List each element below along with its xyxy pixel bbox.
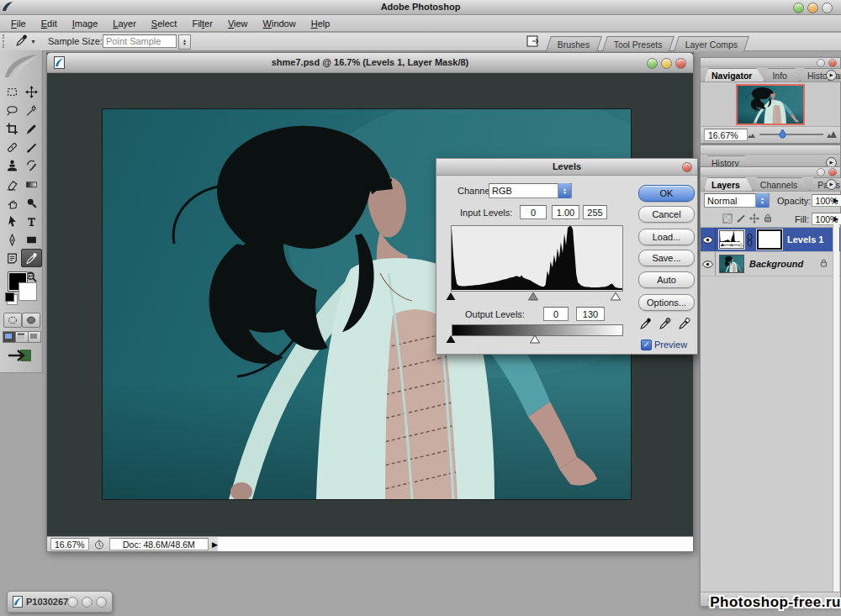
notes-tool[interactable] [2, 249, 23, 267]
smudge-tool[interactable] [2, 193, 23, 212]
visibility-toggle[interactable] [701, 252, 716, 276]
standard-mode-button[interactable] [3, 313, 22, 328]
default-colors-icon[interactable] [5, 292, 14, 302]
rectangular-marquee-tool[interactable] [2, 82, 23, 101]
mini-close-button[interactable] [96, 597, 107, 608]
input-black-field[interactable]: 0 [520, 205, 547, 219]
doc-maximize-button[interactable] [661, 58, 672, 69]
layers-minimize-button[interactable] [817, 168, 825, 176]
fullscreen-menubar-button[interactable] [15, 331, 29, 343]
navigator-zoom-slider-thumb[interactable] [778, 129, 787, 140]
levels-options-button[interactable]: Options... [638, 294, 695, 311]
levels-close-button[interactable] [682, 162, 692, 172]
history-palette-bar[interactable] [701, 145, 840, 155]
pen-tool[interactable] [2, 230, 23, 249]
maximize-button[interactable] [807, 3, 818, 13]
shape-tool[interactable] [21, 230, 42, 249]
close-button[interactable] [822, 3, 833, 13]
clone-stamp-tool[interactable] [2, 156, 23, 175]
visibility-toggle[interactable] [701, 228, 716, 251]
zoom-out-icon[interactable] [748, 133, 756, 138]
menu-image[interactable]: Image [65, 17, 106, 30]
eraser-tool[interactable] [2, 175, 23, 193]
mini-minimize-button[interactable] [67, 597, 78, 608]
gray-point-eyedropper-icon[interactable] [659, 316, 671, 330]
levels-load-button[interactable]: Load... [638, 229, 695, 245]
menu-view[interactable]: View [220, 17, 256, 30]
output-black-field[interactable]: 0 [543, 307, 569, 321]
menu-filter[interactable]: Filter [184, 17, 220, 30]
layers-palette-bar[interactable] [701, 167, 840, 176]
palette-well-icon[interactable] [526, 34, 542, 48]
magic-wand-tool[interactable] [21, 101, 42, 119]
layers-close-button[interactable] [828, 168, 837, 176]
levels-cancel-button[interactable]: Cancel [638, 206, 695, 223]
slice-tool[interactable] [21, 119, 42, 138]
doc-minimize-button[interactable] [647, 58, 658, 69]
zoom-in-icon[interactable] [827, 130, 838, 138]
output-white-slider[interactable] [530, 335, 540, 344]
background-color-swatch[interactable] [19, 282, 37, 301]
blend-mode-select[interactable]: Normal ▲▼ [704, 193, 770, 208]
navigator-palette-bar[interactable] [701, 58, 840, 67]
input-white-field[interactable]: 255 [583, 205, 607, 219]
menu-window[interactable]: Window [256, 17, 304, 30]
levels-auto-button[interactable]: Auto [638, 271, 695, 288]
input-gamma-slider[interactable] [528, 292, 538, 301]
levels-ok-button[interactable]: OK [638, 185, 695, 202]
history-brush-tool[interactable] [21, 156, 42, 175]
output-black-slider[interactable] [446, 335, 456, 344]
fill-arrow-icon[interactable]: ▶ [833, 215, 838, 223]
fullscreen-button[interactable] [28, 331, 41, 343]
well-tab-layer-comps[interactable]: Layer Comps [674, 36, 749, 51]
tab-channels[interactable]: Channels [753, 177, 810, 191]
layers-menu-icon[interactable]: ▶ [826, 179, 837, 190]
input-white-slider[interactable] [611, 292, 621, 301]
gradient-tool[interactable] [21, 175, 42, 193]
layer-mask-thumbnail[interactable] [757, 229, 782, 250]
lasso-tool[interactable] [2, 101, 23, 119]
lock-all-icon[interactable] [763, 213, 773, 224]
doc-close-button[interactable] [675, 58, 686, 69]
standard-screen-button[interactable] [3, 331, 16, 343]
levels-dialog-titlebar[interactable]: Levels [436, 159, 697, 176]
layers-scrollbar[interactable] [833, 224, 839, 592]
menu-help[interactable]: Help [304, 17, 338, 30]
layer-row-levels-1[interactable]: Levels 1 [701, 228, 840, 252]
black-point-eyedropper-icon[interactable] [639, 316, 652, 330]
quick-mask-mode-button[interactable] [22, 313, 40, 328]
imageready-jump-icon[interactable] [7, 346, 34, 365]
menu-edit[interactable]: Edit [34, 17, 65, 30]
minimized-document[interactable]: P1030267... [7, 591, 113, 613]
status-popup-arrow-icon[interactable]: ▶ [212, 540, 218, 549]
input-gamma-field[interactable]: 1.00 [552, 205, 579, 219]
mask-link-icon[interactable] [746, 233, 754, 247]
adjustment-thumbnail[interactable] [719, 230, 744, 249]
preview-checkbox[interactable]: ✓ [641, 340, 652, 350]
eyedropper-tool[interactable] [21, 249, 42, 267]
swap-colors-icon[interactable]: ⇄ [28, 271, 34, 279]
well-tab-brushes[interactable]: Brushes [546, 36, 601, 51]
path-selection-tool[interactable] [2, 212, 23, 230]
crop-tool[interactable] [2, 119, 23, 138]
levels-save-button[interactable]: Save... [638, 250, 695, 266]
lock-transparency-icon[interactable] [722, 213, 733, 224]
tab-navigator[interactable]: Navigator [704, 68, 764, 82]
menu-select[interactable]: Select [144, 17, 185, 30]
layer-thumbnail[interactable] [719, 255, 744, 273]
menu-layer[interactable]: Layer [105, 17, 144, 30]
options-grip[interactable] [3, 34, 8, 48]
navigator-zoom-slider-track[interactable] [759, 134, 823, 135]
blend-mode-stepper[interactable]: ▲▼ [755, 193, 769, 208]
navigator-minimize-button[interactable] [817, 59, 825, 67]
navigator-menu-icon[interactable]: ▶ [826, 70, 837, 81]
opacity-arrow-icon[interactable]: ▶ [833, 197, 838, 204]
channel-select[interactable]: RGB ▲▼ [489, 183, 572, 198]
move-tool[interactable] [21, 82, 42, 101]
minimize-button[interactable] [793, 3, 804, 13]
sample-size-stepper[interactable]: ▲▼ [178, 34, 191, 50]
navigator-proxy-view[interactable] [736, 84, 805, 125]
type-tool[interactable] [21, 212, 42, 230]
navigator-zoom-field[interactable]: 16.67% [704, 129, 748, 141]
eyedropper-tool-icon[interactable] [15, 34, 28, 47]
